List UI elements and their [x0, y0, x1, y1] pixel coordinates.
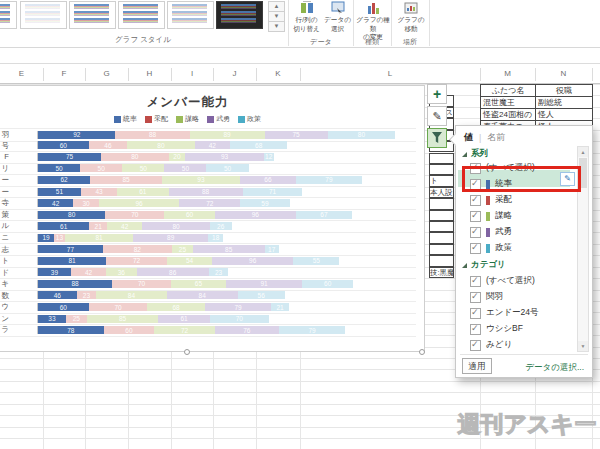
edit-series-icon[interactable]: ✎	[560, 172, 575, 186]
checkbox-checked-icon[interactable]	[470, 243, 481, 254]
chart-styles-button[interactable]: ✎	[427, 106, 447, 126]
checkbox-checked-icon[interactable]	[470, 276, 481, 287]
table-cell[interactable]: 混世魔王	[481, 97, 536, 109]
bar-segment-武勇[interactable]: 72	[179, 199, 240, 207]
column-header-G[interactable]: G	[85, 64, 128, 84]
bar-segment-謀略[interactable]: 89	[190, 131, 265, 139]
member-ability-chart[interactable]: メンバー能力 統率采配謀略武勇政策 羽9288897580号6046804268…	[0, 85, 425, 352]
checkbox-checked-icon[interactable]	[470, 292, 481, 303]
filter-item[interactable]: みどり	[470, 338, 512, 352]
bar-segment-武勇[interactable]: 86	[137, 268, 209, 276]
bar-segment-謀略[interactable]: 20	[169, 153, 186, 161]
table-header-cell[interactable]: ふたつ名	[481, 85, 536, 97]
bar-segment-統率[interactable]: 60	[38, 303, 89, 311]
bar-segment-政策[interactable]: 26	[210, 222, 232, 230]
bar-segment-統率[interactable]: 33	[38, 315, 66, 323]
chart-elements-button[interactable]: +	[427, 84, 447, 104]
column-header-I[interactable]: I	[171, 64, 213, 84]
checkbox-checked-icon[interactable]	[470, 227, 481, 238]
bar-segment-謀略[interactable]: 81	[65, 234, 133, 242]
bar-segment-政策[interactable]: 59	[240, 199, 290, 207]
bar-segment-謀略[interactable]: 36	[106, 268, 136, 276]
chart-style-thumbnail[interactable]	[216, 1, 263, 29]
bar-segment-采配[interactable]: 72	[106, 257, 167, 265]
bar-segment-謀略[interactable]: 61	[117, 188, 168, 196]
bar-segment-采配[interactable]: 70	[105, 211, 164, 219]
bar-segment-采配[interactable]: 42	[71, 268, 106, 276]
strip-cell[interactable]	[429, 232, 454, 243]
bar-segment-謀略[interactable]: 93	[162, 176, 240, 184]
legend-item[interactable]: 政策	[238, 114, 261, 124]
bar-segment-政策[interactable]: 79	[279, 326, 346, 334]
bar-segment-統率[interactable]: 46	[38, 291, 77, 299]
bar-segment-采配[interactable]: 13	[54, 234, 65, 242]
chart-style-thumbnail[interactable]	[20, 1, 67, 29]
bar-segment-統率[interactable]: 60	[38, 141, 89, 149]
bar-segment-統率[interactable]: 42	[38, 199, 73, 207]
bar-segment-謀略[interactable]: 25	[172, 245, 193, 253]
table-cell[interactable]: 副総統	[536, 97, 593, 109]
chart-resize-handle[interactable]	[419, 349, 425, 355]
scroll-up-icon[interactable]: ▲	[578, 147, 588, 157]
checkbox-checked-icon[interactable]	[470, 324, 481, 335]
table-header-cell[interactable]: 役職	[536, 85, 593, 97]
bar-segment-統率[interactable]: 88	[38, 280, 112, 288]
strip-cell[interactable]	[429, 153, 454, 164]
filter-item[interactable]: ウシシBF	[470, 322, 523, 336]
legend-item[interactable]: 統率	[114, 114, 137, 124]
chart-style-thumbnail[interactable]	[69, 1, 116, 29]
strip-cell[interactable]	[429, 221, 454, 232]
bar-segment-采配[interactable]: 23	[77, 291, 96, 299]
strip-cell[interactable]: ト	[429, 175, 454, 186]
bar-segment-統率[interactable]: 39	[38, 268, 71, 276]
bar-segment-統率[interactable]: 81	[38, 257, 106, 265]
bar-segment-政策[interactable]: 50	[206, 164, 248, 172]
chart-resize-handle[interactable]	[184, 349, 190, 355]
bar-segment-政策[interactable]: 18	[208, 234, 223, 242]
bar-segment-政策[interactable]: 60	[302, 280, 353, 288]
strip-cell[interactable]	[429, 164, 454, 175]
checkbox-checked-icon[interactable]	[470, 308, 481, 319]
bar-segment-謀略[interactable]: 96	[99, 199, 180, 207]
bar-segment-謀略[interactable]: 54	[167, 257, 212, 265]
column-header-K[interactable]: K	[256, 64, 300, 84]
column-header-L[interactable]: L	[300, 64, 480, 84]
bar-segment-采配[interactable]: 43	[81, 188, 117, 196]
column-header-N[interactable]: N	[535, 64, 592, 84]
bar-segment-政策[interactable]: 23	[209, 268, 228, 276]
bar-segment-采配[interactable]: 60	[104, 326, 155, 334]
bar-segment-武勇[interactable]: 85	[193, 245, 265, 253]
filter-item[interactable]: 武勇	[470, 225, 512, 239]
checkbox-checked-icon[interactable]	[470, 340, 481, 351]
strip-cell[interactable]	[429, 255, 454, 266]
bar-segment-謀略[interactable]: 84	[96, 291, 167, 299]
bar-segment-謀略[interactable]: 68	[147, 303, 204, 311]
bar-segment-武勇[interactable]: 75	[265, 131, 328, 139]
tab-values[interactable]: 値	[464, 131, 473, 144]
chart-filters-button[interactable]	[427, 128, 447, 148]
apply-button[interactable]: 適用	[462, 358, 492, 374]
filter-section-category[interactable]: カテゴリ	[462, 259, 506, 271]
bar-segment-謀略[interactable]: 60	[164, 211, 215, 219]
bar-segment-采配[interactable]: 82	[103, 245, 172, 253]
bar-segment-謀略[interactable]: 72	[154, 326, 215, 334]
legend-item[interactable]: 武勇	[207, 114, 230, 124]
bar-segment-政策[interactable]: 55	[293, 257, 339, 265]
chart-style-thumbnail[interactable]	[118, 1, 165, 29]
bar-segment-統率[interactable]: 51	[38, 188, 81, 196]
bar-segment-采配[interactable]: 70	[112, 280, 171, 288]
bar-segment-統率[interactable]: 62	[38, 176, 90, 184]
bar-segment-統率[interactable]: 19	[38, 234, 54, 242]
checkbox-checked-icon[interactable]	[470, 195, 481, 206]
bar-segment-武勇[interactable]: 79	[205, 303, 272, 311]
scroll-down-icon[interactable]: ▼	[578, 341, 588, 351]
strip-cell[interactable]	[429, 210, 454, 221]
bar-segment-統率[interactable]: 61	[38, 222, 89, 230]
bar-segment-統率[interactable]: 92	[38, 131, 115, 139]
bar-segment-采配[interactable]: 25	[66, 315, 87, 323]
filter-item[interactable]: 政策	[470, 241, 512, 255]
select-data-link[interactable]: データの選択...	[525, 362, 584, 374]
tab-names[interactable]: 名前	[487, 131, 505, 144]
bar-segment-武勇[interactable]: 80	[142, 222, 209, 230]
bar-segment-武勇[interactable]: 91	[226, 280, 303, 288]
